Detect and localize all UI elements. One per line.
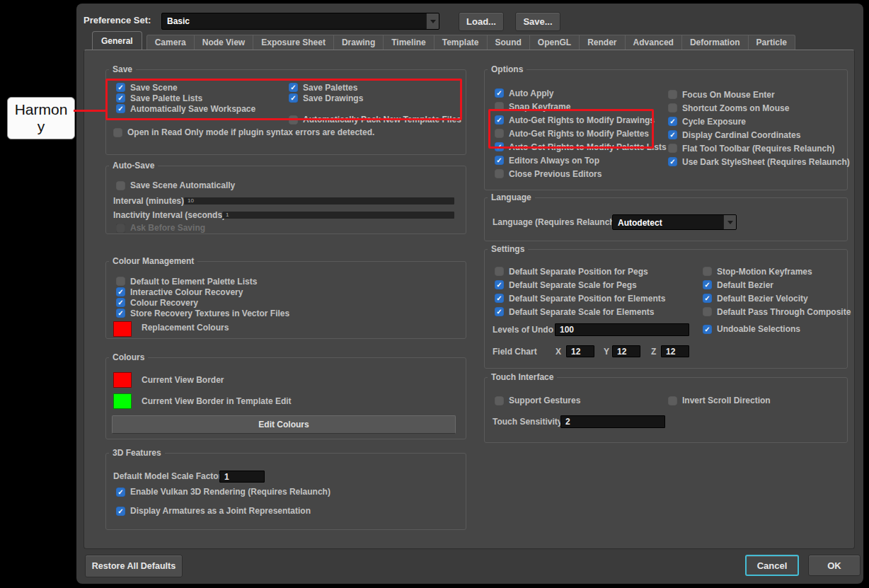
checkbox[interactable]: ✓ xyxy=(495,307,504,316)
checkbox[interactable] xyxy=(495,396,504,405)
checkbox[interactable] xyxy=(668,396,677,405)
checkbox-label: Auto-Get Rights to Modify Palette Lists xyxy=(509,142,667,152)
checkbox-row: Auto-Get Rights to Modify Palettes xyxy=(495,127,667,140)
checkbox-row: ✓Interactive Colour Recovery xyxy=(116,287,289,297)
checkbox-label: Save Palettes xyxy=(303,83,357,93)
checkbox-label: Save Scene xyxy=(130,83,178,93)
field-chart-y-label: Y xyxy=(604,347,609,357)
checkbox-row: Default Pass Through Composite xyxy=(703,305,851,318)
checkbox[interactable] xyxy=(289,115,298,125)
dropdown-arrow-icon[interactable] xyxy=(426,13,439,29)
field-chart-x-input[interactable]: 12 xyxy=(566,345,594,357)
checkbox-label: Store Recovery Textures in Vector Files xyxy=(130,309,289,318)
checkbox-label: Editors Always on Top xyxy=(509,156,599,166)
current-view-border-template-swatch[interactable] xyxy=(113,393,132,409)
ok-button[interactable]: OK xyxy=(808,555,861,576)
harmony-callout: Harmony xyxy=(7,97,75,139)
dropdown-arrow-icon[interactable] xyxy=(723,215,736,229)
model-scale-factor-input[interactable]: 1 xyxy=(219,471,265,483)
checkbox[interactable] xyxy=(668,103,677,113)
checkbox-label: Default to Element Palette Lists xyxy=(130,277,257,287)
tab-camera[interactable]: Camera xyxy=(146,35,195,50)
checkbox[interactable] xyxy=(668,144,677,153)
language-dropdown[interactable]: Autodetect xyxy=(612,214,737,230)
checkbox[interactable]: ✓ xyxy=(495,115,504,125)
checkbox[interactable]: ✓ xyxy=(703,280,712,289)
replacement-colours-swatch[interactable] xyxy=(113,321,132,337)
checkbox[interactable]: ✓ xyxy=(703,325,712,334)
checkbox-label: Stop-Motion Keyframes xyxy=(717,267,812,277)
checkbox[interactable]: ✓ xyxy=(495,142,504,151)
checkbox[interactable]: ✓ xyxy=(116,83,125,92)
checkbox[interactable]: ✓ xyxy=(495,156,504,165)
checkbox[interactable]: ✓ xyxy=(495,88,504,98)
save-checkbox-column-2: ✓Save Palettes✓Save Drawings xyxy=(289,82,363,103)
checkbox[interactable]: ✓ xyxy=(703,294,712,303)
tab-node-view[interactable]: Node View xyxy=(195,35,253,50)
checkbox[interactable]: ✓ xyxy=(116,93,125,103)
checkbox[interactable]: ✓ xyxy=(116,507,125,516)
checkbox[interactable]: ✓ xyxy=(116,309,125,318)
checkbox[interactable] xyxy=(116,277,125,286)
tab-exposure-sheet[interactable]: Exposure Sheet xyxy=(253,35,334,50)
interval-minutes-slider[interactable]: 10 xyxy=(184,197,454,204)
load-button[interactable]: Load... xyxy=(459,12,504,31)
save-button[interactable]: Save... xyxy=(515,12,560,31)
edit-colours-button[interactable]: Edit Colours xyxy=(112,415,456,434)
checkbox-row: ✓Save Scene xyxy=(116,82,255,93)
tab-timeline[interactable]: Timeline xyxy=(384,35,434,50)
check-icon: ✓ xyxy=(496,115,502,125)
inactivity-interval-slider[interactable]: 1 xyxy=(222,212,454,219)
checkbox[interactable] xyxy=(495,169,504,178)
preference-set-dropdown[interactable]: Basic xyxy=(161,13,439,30)
tab-general[interactable]: General xyxy=(92,31,142,50)
settings-checkbox-column-2: Stop-Motion Keyframes✓Default Bezier✓Def… xyxy=(703,265,851,318)
tab-template[interactable]: Template xyxy=(434,35,488,50)
tab-deformation[interactable]: Deformation xyxy=(682,35,749,50)
checkbox[interactable] xyxy=(113,128,122,137)
checkbox[interactable]: ✓ xyxy=(668,157,677,166)
checkbox[interactable]: ✓ xyxy=(495,294,504,303)
checkbox[interactable]: ✓ xyxy=(116,104,125,113)
check-icon: ✓ xyxy=(117,309,123,318)
checkbox[interactable] xyxy=(116,224,125,233)
field-chart-z-input[interactable]: 12 xyxy=(661,345,689,357)
checkbox-row: Default to Element Palette Lists xyxy=(116,276,289,287)
restore-all-defaults-button[interactable]: Restore All Defaults xyxy=(85,555,183,577)
checkbox[interactable] xyxy=(495,102,504,111)
tab-render[interactable]: Render xyxy=(580,35,625,50)
field-chart-y-input[interactable]: 12 xyxy=(612,345,640,357)
tab-advanced[interactable]: Advanced xyxy=(626,35,682,50)
current-view-border-swatch[interactable] xyxy=(113,372,132,388)
check-icon: ✓ xyxy=(496,88,502,98)
levels-of-undo-input[interactable]: 100 xyxy=(555,323,689,336)
checkbox[interactable] xyxy=(703,267,712,276)
tab-sound[interactable]: Sound xyxy=(488,35,530,50)
checkbox[interactable] xyxy=(495,267,504,276)
tab-drawing[interactable]: Drawing xyxy=(334,35,384,50)
touch-sensitivity-input[interactable]: 2 xyxy=(560,415,665,428)
checkbox[interactable]: ✓ xyxy=(116,488,125,497)
checkbox[interactable]: ✓ xyxy=(495,280,504,289)
checkbox[interactable]: ✓ xyxy=(668,130,677,139)
checkbox[interactable]: ✓ xyxy=(289,83,298,92)
checkbox-label: Snap Keyframe xyxy=(509,102,570,112)
checkbox-row: ✓Use Dark StyleSheet (Requires Relaunch) xyxy=(668,155,850,168)
checkbox[interactable] xyxy=(703,307,712,316)
checkbox-row: ✓Default Separate Position for Elements xyxy=(495,292,665,305)
check-icon: ✓ xyxy=(704,294,710,303)
checkbox-row: ✓Undoable Selections xyxy=(703,324,800,334)
checkbox[interactable] xyxy=(495,129,504,138)
checkbox[interactable] xyxy=(116,181,125,190)
checkbox-label: Cycle Exposure xyxy=(682,117,746,127)
check-icon: ✓ xyxy=(496,307,502,316)
checkbox[interactable]: ✓ xyxy=(289,93,298,103)
cancel-button[interactable]: Cancel xyxy=(745,555,799,576)
tab-page-general: Save ✓Save Scene✓Save Palette Lists✓Auto… xyxy=(84,50,855,549)
tab-opengl[interactable]: OpenGL xyxy=(530,35,580,50)
checkbox[interactable]: ✓ xyxy=(668,117,677,126)
checkbox[interactable]: ✓ xyxy=(116,287,125,296)
checkbox[interactable]: ✓ xyxy=(116,298,125,307)
checkbox[interactable] xyxy=(668,90,677,99)
tab-particle[interactable]: Particle xyxy=(749,35,795,50)
